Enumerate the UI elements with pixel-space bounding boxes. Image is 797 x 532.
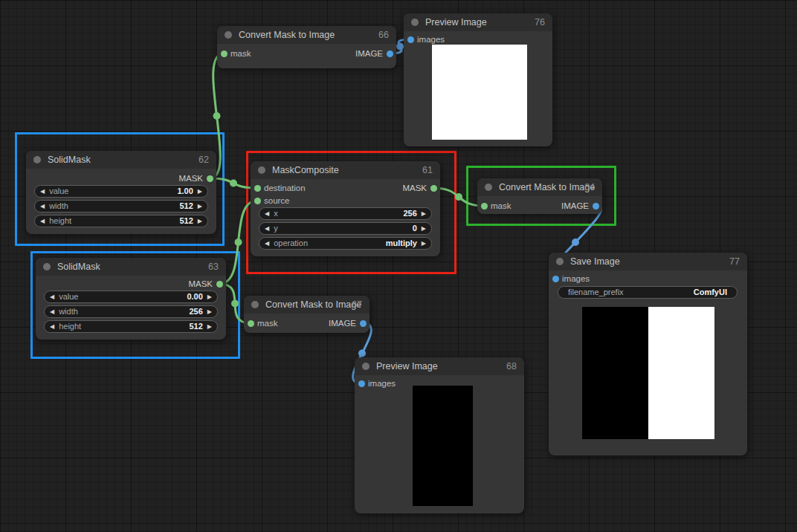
widget-height[interactable]: ◀height512▶ <box>34 215 208 227</box>
input-port-images[interactable] <box>552 276 559 282</box>
widget-value: 256 <box>189 307 202 316</box>
increment-arrow-icon[interactable]: ▶ <box>207 291 212 302</box>
increment-arrow-icon[interactable]: ▶ <box>422 238 426 249</box>
node-preview-image-76[interactable]: Preview Image76images <box>404 13 552 146</box>
collapse-dot-icon[interactable] <box>556 258 564 265</box>
input-port-destination[interactable] <box>254 185 261 192</box>
node-titlebar[interactable]: Convert Mask to Image64 <box>477 178 602 196</box>
collapse-dot-icon[interactable] <box>251 301 259 308</box>
node-title: SolidMask <box>57 262 100 272</box>
increment-arrow-icon[interactable]: ▶ <box>422 223 426 234</box>
input-port-mask[interactable] <box>481 203 488 210</box>
node-titlebar[interactable]: MaskComposite61 <box>251 161 440 179</box>
input-port-images[interactable] <box>358 380 365 387</box>
widget-value[interactable]: ◀value1.00▶ <box>34 185 208 198</box>
widget-operation[interactable]: ◀operationmultiply▶ <box>259 237 432 250</box>
node-graph-canvas[interactable]: Convert Mask to Image66maskIMAGEPreview … <box>0 0 797 532</box>
widget-height[interactable]: ◀height512▶ <box>44 320 218 333</box>
decrement-arrow-icon[interactable]: ◀ <box>50 306 54 317</box>
output-port-mask[interactable] <box>430 185 437 192</box>
node-preview-image-68[interactable]: Preview Image68images <box>355 357 524 513</box>
output-port-label: MASK <box>188 278 213 290</box>
widget-label: filename_prefix <box>568 288 624 296</box>
increment-arrow-icon[interactable]: ▶ <box>198 201 202 212</box>
input-port-mask[interactable] <box>248 320 254 327</box>
output-port-image[interactable] <box>360 320 367 327</box>
link-midpoint-handle[interactable] <box>572 239 579 246</box>
increment-arrow-icon[interactable]: ▶ <box>198 186 202 197</box>
decrement-arrow-icon[interactable]: ◀ <box>265 223 269 234</box>
node-title: Convert Mask to Image <box>499 182 584 192</box>
widget-label: x <box>274 209 278 218</box>
widget-y[interactable]: ◀y0▶ <box>259 222 432 235</box>
node-id-badge: 67 <box>352 299 370 310</box>
node-titlebar[interactable]: Convert Mask to Image66 <box>217 26 396 44</box>
node-titlebar[interactable]: Convert Mask to Image67 <box>244 296 370 314</box>
increment-arrow-icon[interactable]: ▶ <box>422 208 426 219</box>
collapse-dot-icon[interactable] <box>43 263 51 270</box>
preview-image-white <box>432 45 527 140</box>
link-midpoint-handle[interactable] <box>358 350 366 357</box>
output-port-image[interactable] <box>593 203 599 210</box>
widget-x[interactable]: ◀x256▶ <box>259 207 432 220</box>
collapse-dot-icon[interactable] <box>258 166 265 174</box>
decrement-arrow-icon[interactable]: ◀ <box>40 215 45 227</box>
input-port-label: images <box>368 377 396 389</box>
node-maskcomposite-61[interactable]: MaskComposite61destinationsourceMASK◀x25… <box>251 161 440 256</box>
input-port-label: source <box>264 195 290 207</box>
decrement-arrow-icon[interactable]: ◀ <box>50 321 54 332</box>
output-port-label: IMAGE <box>561 200 589 212</box>
decrement-arrow-icon[interactable]: ◀ <box>265 238 269 249</box>
node-convert-mask-to-image-64[interactable]: Convert Mask to Image64maskIMAGE <box>477 178 602 214</box>
input-port-source[interactable] <box>254 198 261 204</box>
collapse-dot-icon[interactable] <box>362 363 370 370</box>
node-id-badge: 62 <box>199 155 216 165</box>
collapse-dot-icon[interactable] <box>411 19 419 26</box>
link-midpoint-handle[interactable] <box>230 180 237 187</box>
decrement-arrow-icon[interactable]: ◀ <box>40 201 45 212</box>
widget-label: width <box>49 201 68 210</box>
increment-arrow-icon[interactable]: ▶ <box>207 321 212 332</box>
collapse-dot-icon[interactable] <box>485 184 492 191</box>
node-id-badge: 66 <box>378 30 396 40</box>
node-save-image-77[interactable]: Save Image77imagesfilename_prefixComfyUI <box>549 253 747 455</box>
input-port-label: mask <box>491 200 511 212</box>
node-solidmask-63[interactable]: SolidMask63MASK◀value0.00▶◀width256▶◀hei… <box>36 258 226 340</box>
decrement-arrow-icon[interactable]: ◀ <box>265 208 269 219</box>
output-port-image[interactable] <box>387 51 393 57</box>
increment-arrow-icon[interactable]: ▶ <box>198 215 202 227</box>
node-titlebar[interactable]: Preview Image76 <box>404 13 552 31</box>
increment-arrow-icon[interactable]: ▶ <box>207 306 212 317</box>
node-titlebar[interactable]: Preview Image68 <box>355 357 524 375</box>
link-midpoint-handle[interactable] <box>235 239 242 246</box>
widget-value: 256 <box>403 209 416 218</box>
node-convert-mask-to-image-66[interactable]: Convert Mask to Image66maskIMAGE <box>217 26 396 68</box>
widget-value: 0 <box>413 224 417 233</box>
link-midpoint-handle[interactable] <box>213 112 221 120</box>
node-title: Preview Image <box>376 361 438 372</box>
decrement-arrow-icon[interactable]: ◀ <box>50 291 54 302</box>
node-convert-mask-to-image-67[interactable]: Convert Mask to Image67maskIMAGE <box>244 296 370 333</box>
widget-width[interactable]: ◀width256▶ <box>44 305 218 318</box>
input-port-images[interactable] <box>407 36 414 43</box>
widget-value: 512 <box>179 201 193 210</box>
link-midpoint-handle[interactable] <box>396 43 404 51</box>
node-solidmask-62[interactable]: SolidMask62MASK◀value1.00▶◀width512▶◀hei… <box>26 151 216 234</box>
decrement-arrow-icon[interactable]: ◀ <box>40 186 45 197</box>
widget-width[interactable]: ◀width512▶ <box>34 200 208 213</box>
collapse-dot-icon[interactable] <box>33 156 41 163</box>
input-port-mask[interactable] <box>221 51 228 57</box>
collapse-dot-icon[interactable] <box>225 31 232 39</box>
output-port-mask[interactable] <box>216 281 223 288</box>
output-port-mask[interactable] <box>207 175 213 182</box>
node-titlebar[interactable]: SolidMask62 <box>26 151 216 169</box>
node-titlebar[interactable]: Save Image77 <box>549 253 747 270</box>
node-title: MaskComposite <box>272 165 339 175</box>
widget-value[interactable]: ◀value0.00▶ <box>44 291 218 303</box>
widget-filename-prefix[interactable]: filename_prefixComfyUI <box>558 286 738 299</box>
node-titlebar[interactable]: SolidMask63 <box>36 258 226 276</box>
node-title: Convert Mask to Image <box>239 30 335 40</box>
node-id-badge: 61 <box>422 165 440 175</box>
widget-label: value <box>59 292 78 301</box>
preview-image-split-bw <box>582 307 714 439</box>
